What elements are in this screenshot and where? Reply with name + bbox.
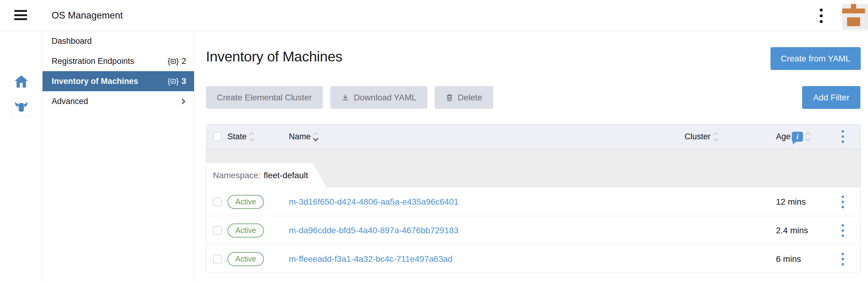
sidebar-item-registration-endpoints[interactable]: Registration Endpoints 2 <box>42 51 194 71</box>
machine-name-link[interactable]: m-da96cdde-bfd5-4a40-897a-4676bb729183 <box>289 226 459 235</box>
state-badge: Active <box>227 252 264 266</box>
row-actions-kebab-icon[interactable] <box>842 224 844 237</box>
app-title: OS Management <box>52 0 123 31</box>
select-all-checkbox[interactable] <box>213 132 222 141</box>
machine-name-link[interactable]: m-ffeeeadd-f3a1-4a32-bc4c-711e497a63ad <box>289 254 453 264</box>
count-badge-icon <box>168 57 179 66</box>
table-rows: Active m-3d16f650-d424-4806-aa5a-e435a96… <box>206 188 860 273</box>
state-badge: Active <box>227 224 264 237</box>
count-value: 2 <box>181 56 186 66</box>
column-header-cluster[interactable]: Cluster <box>685 124 718 149</box>
column-header-state[interactable]: State <box>227 124 254 149</box>
bulk-actions: Create Elemental Cluster Download YAML D… <box>206 86 493 109</box>
sort-icon <box>250 133 254 140</box>
row-checkbox[interactable] <box>213 197 222 206</box>
brand-logo <box>842 4 868 29</box>
create-elemental-cluster-button[interactable]: Create Elemental Cluster <box>206 86 323 109</box>
home-icon[interactable] <box>14 76 28 88</box>
row-actions-kebab-icon[interactable] <box>842 196 844 208</box>
machine-name-link[interactable]: m-3d16f650-d424-4806-aa5a-e435a96c6401 <box>289 197 459 207</box>
header-kebab-icon[interactable] <box>818 8 824 23</box>
age-cell: 12 mins <box>776 197 806 207</box>
age-cell: 2.4 mins <box>776 226 808 235</box>
info-tooltip-icon[interactable]: i <box>792 132 803 142</box>
sort-icon <box>714 133 718 140</box>
table-header: State Name Cluster Age i <box>206 124 860 149</box>
create-from-yaml-button[interactable]: Create from YAML <box>771 47 861 70</box>
machines-table: State Name Cluster Age i Namespace: flee… <box>206 124 861 273</box>
namespace-group-tab: Namespace: fleet-default <box>206 163 327 188</box>
column-header-age[interactable]: Age i <box>776 124 810 149</box>
sort-icon <box>314 133 318 140</box>
icon-rail <box>0 31 42 281</box>
sidebar-item-inventory-of-machines[interactable]: Inventory of Machines 3 <box>42 71 194 91</box>
download-icon <box>341 93 349 102</box>
delete-button[interactable]: Delete <box>435 86 493 109</box>
row-checkbox[interactable] <box>213 226 222 235</box>
table-row: Active m-3d16f650-d424-4806-aa5a-e435a96… <box>206 188 860 216</box>
count-badge-icon <box>168 77 179 86</box>
download-yaml-button[interactable]: Download YAML <box>330 86 427 109</box>
menu-icon[interactable] <box>14 10 27 20</box>
column-header-name[interactable]: Name <box>289 124 318 149</box>
top-bar: OS Management <box>0 0 868 31</box>
sidebar-item-advanced[interactable]: Advanced <box>42 91 194 111</box>
row-checkbox[interactable] <box>213 255 222 263</box>
namespace-group-header: Namespace: fleet-default <box>206 149 860 188</box>
count-value: 3 <box>181 76 186 86</box>
elemental-app-button[interactable] <box>11 98 32 116</box>
trash-icon <box>445 94 454 102</box>
table-row: Active m-ffeeeadd-f3a1-4a32-bc4c-711e497… <box>206 245 860 273</box>
page-title: Inventory of Machines <box>206 48 342 65</box>
namespace-label: Namespace: <box>213 171 260 180</box>
sidebar-item-dashboard[interactable]: Dashboard <box>42 31 194 51</box>
add-filter-button[interactable]: Add Filter <box>802 86 860 109</box>
age-cell: 6 mins <box>776 254 801 264</box>
chevron-right-icon <box>180 99 185 104</box>
table-columns-kebab-icon[interactable] <box>842 130 844 143</box>
namespace-value: fleet-default <box>264 171 308 180</box>
side-nav: Dashboard Registration Endpoints 2 Inven… <box>42 31 194 281</box>
row-actions-kebab-icon[interactable] <box>842 253 844 265</box>
state-badge: Active <box>227 195 264 209</box>
sort-icon <box>806 133 810 140</box>
table-row: Active m-da96cdde-bfd5-4a40-897a-4676bb7… <box>206 216 860 245</box>
bull-icon <box>14 101 28 113</box>
